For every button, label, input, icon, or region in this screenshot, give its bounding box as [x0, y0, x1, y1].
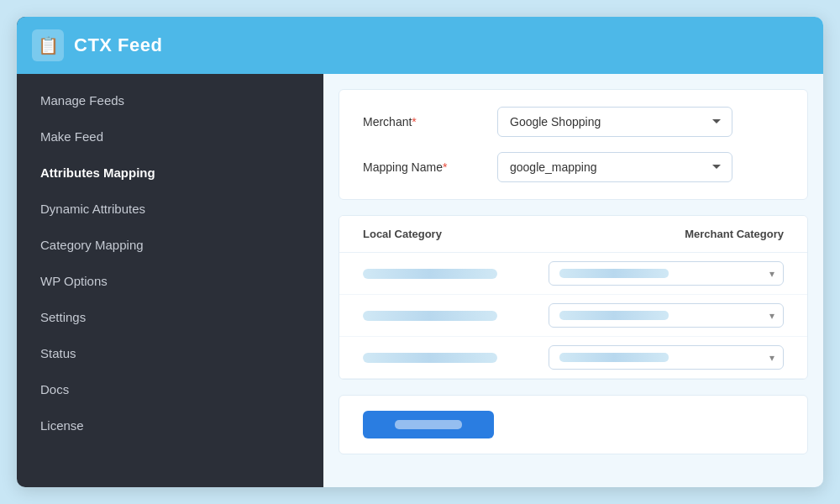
main-header	[323, 17, 823, 74]
sidebar-item-attributes-mapping[interactable]: Attributes Mapping	[17, 155, 323, 191]
sidebar-item-status[interactable]: Status	[17, 335, 323, 371]
logo-icon: 📋	[32, 29, 64, 61]
sidebar-nav: Manage Feeds Make Feed Attributes Mappin…	[17, 74, 323, 452]
mapping-name-select[interactable]: google_mapping	[497, 152, 732, 182]
sidebar-item-docs[interactable]: Docs	[17, 371, 323, 407]
merchant-category-select-1[interactable]	[549, 261, 784, 286]
sidebar-item-settings[interactable]: Settings	[17, 299, 323, 335]
local-category-skeleton	[363, 311, 497, 321]
main-body: Merchant* Google Shopping Mapping Name* …	[323, 74, 823, 487]
sidebar-item-manage-feeds[interactable]: Manage Feeds	[17, 82, 323, 118]
mapping-name-label: Mapping Name*	[363, 160, 497, 174]
table-row	[339, 337, 807, 379]
main-content: Merchant* Google Shopping Mapping Name* …	[323, 17, 823, 487]
table-row	[339, 253, 807, 295]
sidebar-item-category-mapping[interactable]: Category Mapping	[17, 227, 323, 263]
skeleton-option	[559, 311, 669, 320]
merchant-category-select-2[interactable]	[549, 303, 784, 328]
sidebar-item-make-feed[interactable]: Make Feed	[17, 118, 323, 155]
merchant-category-select-3[interactable]	[549, 345, 784, 370]
merchant-row: Merchant* Google Shopping	[363, 107, 784, 137]
merchant-label: Merchant*	[363, 115, 497, 129]
table-row	[339, 295, 807, 337]
sidebar: 📋 CTX Feed Manage Feeds Make Feed Attrib…	[17, 17, 323, 487]
sidebar-item-license[interactable]: License	[17, 407, 323, 444]
local-category-header: Local Category	[363, 228, 442, 240]
merchant-select[interactable]: Google Shopping	[497, 107, 732, 137]
sidebar-header: 📋 CTX Feed	[17, 17, 323, 74]
merchant-category-header: Merchant Category	[685, 228, 784, 240]
mapping-name-row: Mapping Name* google_mapping	[363, 152, 784, 182]
skeleton-option	[559, 269, 669, 278]
form-section: Merchant* Google Shopping Mapping Name* …	[339, 89, 808, 200]
save-button[interactable]	[363, 411, 494, 438]
save-section	[339, 395, 808, 454]
sidebar-item-wp-options[interactable]: WP Options	[17, 263, 323, 299]
local-category-skeleton	[363, 353, 497, 363]
app-title: CTX Feed	[74, 34, 162, 56]
sidebar-item-dynamic-attributes[interactable]: Dynamic Attributes	[17, 191, 323, 227]
app-wrapper: 📋 CTX Feed Manage Feeds Make Feed Attrib…	[17, 17, 823, 487]
save-button-skeleton	[395, 420, 462, 429]
skeleton-option	[559, 353, 669, 362]
local-category-skeleton	[363, 269, 497, 279]
category-header-row: Local Category Merchant Category	[339, 216, 807, 253]
category-mapping-section: Local Category Merchant Category	[339, 215, 808, 380]
